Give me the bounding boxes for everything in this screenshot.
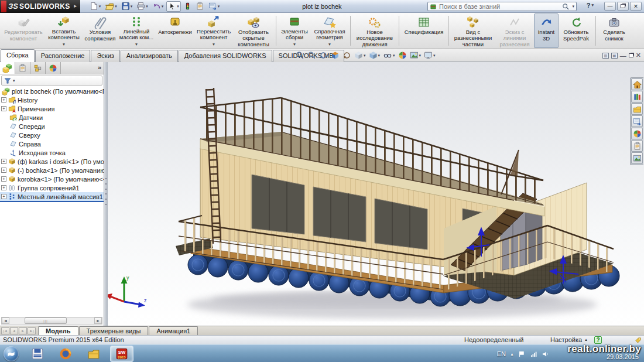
undo-button[interactable]: ▾ (151, 1, 165, 11)
filter-dropdown-arrow-icon[interactable]: ▾ (13, 78, 15, 83)
tree-item-karkas[interactable]: +(ф) karkas i doski<1> (По умолч (0, 157, 104, 166)
print-button[interactable]: ▾ (135, 1, 149, 11)
split-view-vertical-button[interactable]: ▤ (611, 53, 618, 59)
tab-add-ins[interactable]: Добавления SOLIDWORKS (179, 50, 272, 62)
doc-restore-button[interactable] (629, 53, 633, 57)
ribbon-button-edit-component[interactable]: Редактировать компонент (2, 13, 44, 48)
tree-item-annotations[interactable]: +AПримечания (0, 104, 104, 113)
ribbon-button-show-hidden-components[interactable]: Отобразить скрытые компоненты (233, 13, 274, 48)
tree-item-local-linear-pattern[interactable]: +Местный линейный массив1 (0, 192, 104, 202)
dropdown-arrow-icon[interactable]: ▾ (393, 53, 395, 58)
ribbon-button-move-component[interactable]: Переместить компонент▼ (194, 13, 233, 48)
ribbon-button-explode-line-sketch[interactable]: Эскиз с линиями разнесения (495, 13, 534, 48)
search-icon[interactable] (562, 3, 570, 11)
tree-filter-bar[interactable]: ▾ (1, 76, 102, 86)
first-tab-icon[interactable]: |◄ (1, 327, 9, 334)
ribbon-button-bill-of-materials[interactable]: Спецификация (401, 13, 447, 48)
tab-assembly[interactable]: Сборка (1, 49, 35, 62)
minimize-button[interactable]: — (604, 2, 616, 11)
expand-icon[interactable]: + (1, 106, 6, 111)
taskbar-app-text-editor[interactable] (26, 346, 49, 362)
file-explorer-tab[interactable] (631, 103, 643, 115)
tree-item-root[interactable]: plot iz bochek (По умолчанию<По (0, 87, 104, 95)
tree-item-sensors[interactable]: Датчики (0, 113, 104, 122)
houseboat-model[interactable]: y x z (108, 62, 644, 326)
dropdown-arrow-icon[interactable]: ▾ (115, 4, 117, 9)
property-manager-tab[interactable] (15, 62, 30, 74)
dropdown-arrow-icon[interactable]: ▾ (364, 53, 366, 58)
expand-icon[interactable]: + (1, 185, 6, 190)
expand-icon[interactable]: + (1, 97, 6, 103)
zoom-to-area-button[interactable] (307, 51, 316, 60)
taskbar-app-firefox[interactable] (54, 346, 77, 362)
help-button[interactable]: ?▾ (587, 2, 594, 9)
dropdown-arrow-icon[interactable]: ▾ (146, 4, 148, 9)
expand-icon[interactable]: + (1, 194, 6, 199)
hide-show-items-button[interactable]: ▾ (383, 51, 395, 60)
dropdown-arrow-icon[interactable]: ▼ (212, 42, 215, 48)
scroll-left-icon[interactable]: ◄ (2, 317, 9, 324)
tab-evaluate[interactable]: Анализировать (121, 50, 178, 62)
open-button[interactable]: ▾ (104, 1, 118, 12)
language-indicator[interactable]: EN (497, 350, 506, 357)
dropdown-arrow-icon[interactable]: ▼ (62, 42, 66, 48)
tree-horizontal-scrollbar[interactable]: ◄ ||| ► (1, 317, 102, 325)
apply-scene-button[interactable]: ▾ (410, 51, 422, 60)
tree-item-front-plane[interactable]: Спереди (0, 122, 104, 131)
rebuild-button[interactable] (183, 1, 193, 11)
prev-tab-icon[interactable]: ◄ (10, 327, 18, 334)
expand-icon[interactable]: + (1, 159, 6, 164)
dropdown-arrow-icon[interactable]: ▼ (328, 42, 331, 48)
ribbon-button-mate[interactable]: Условия сопряжения (83, 13, 117, 48)
ribbon-button-linear-pattern[interactable]: Линейный массив ком...▼ (117, 13, 156, 48)
panel-expand-chevron-icon[interactable]: » (98, 64, 101, 71)
config-caret-icon[interactable]: ▴ (585, 337, 587, 342)
ribbon-button-smart-fasteners[interactable]: Автокрепежи (156, 13, 194, 48)
graphics-viewport[interactable]: y x z (108, 62, 644, 326)
solidworks-forum-tab[interactable] (631, 152, 643, 164)
start-button[interactable] (4, 346, 19, 361)
dropdown-arrow-icon[interactable]: ▾ (218, 4, 220, 9)
ribbon-button-new-motion-study[interactable]: Новое исследование движения (352, 13, 397, 48)
design-library-tab[interactable] (631, 91, 643, 103)
select-tool-button[interactable]: ▾ (166, 1, 181, 12)
ribbon-button-reference-geometry[interactable]: Справочная геометрия▼ (311, 13, 348, 48)
tab-3d-views[interactable]: Трехмерные виды (79, 326, 149, 335)
view-settings-button[interactable]: ▾ (424, 51, 436, 60)
dropdown-arrow-icon[interactable]: ▼ (293, 42, 296, 48)
doc-close-button[interactable]: ✕ (636, 52, 641, 59)
tab-animation1[interactable]: Анимация1 (149, 326, 198, 335)
appearances-tab[interactable] (631, 128, 643, 139)
ribbon-button-exploded-view[interactable]: Вид с разнесенными частями (451, 13, 495, 48)
expand-icon[interactable]: + (1, 176, 6, 182)
restore-button[interactable] (617, 2, 629, 11)
view-orientation-button[interactable]: ▾ (354, 51, 366, 60)
configuration-selector[interactable]: Настройка▴ (550, 336, 587, 343)
dropdown-arrow-icon[interactable]: ▾ (99, 4, 101, 9)
network-icon[interactable] (530, 350, 537, 358)
custom-properties-tab[interactable] (631, 140, 643, 152)
tree-item-korobka[interactable]: +korobka<1> (По умолчанию<< (0, 175, 104, 183)
edit-appearance-button[interactable] (398, 51, 407, 60)
last-tab-icon[interactable]: ►| (28, 327, 36, 334)
tree-item-origin[interactable]: Исходная точка (0, 148, 104, 157)
tree-item-history[interactable]: +History (0, 95, 104, 104)
show-hidden-icons-button[interactable]: ▲ (510, 352, 514, 356)
tree-item-right-plane[interactable]: Справа (0, 139, 104, 148)
display-manager-tab[interactable] (46, 62, 61, 74)
view-palette-tab[interactable] (631, 115, 643, 127)
tree-item-mates-group[interactable]: +Группа сопряжений1 (0, 183, 104, 192)
dropdown-arrow-icon[interactable]: ▾ (131, 4, 133, 9)
volume-icon[interactable] (542, 350, 549, 358)
split-view-button[interactable]: ▥ (602, 53, 609, 59)
tray-date[interactable]: 29.03.2015 (607, 353, 639, 360)
section-view-button[interactable] (331, 51, 340, 60)
knowledge-search-box[interactable]: Поиск в базе знаний ▾ (427, 2, 577, 11)
dropdown-arrow-icon[interactable]: ▾ (419, 53, 422, 58)
new-document-button[interactable]: ▾ (88, 1, 102, 11)
action-center-icon[interactable] (518, 350, 526, 358)
save-button[interactable]: ▾ (120, 1, 134, 11)
dropdown-arrow-icon[interactable]: ▾ (591, 3, 594, 8)
ribbon-button-assembly-features[interactable]: Элементы сборки▼ (278, 13, 311, 48)
ribbon-button-update-speedpak[interactable]: Обновить SpeedPak (559, 13, 594, 48)
